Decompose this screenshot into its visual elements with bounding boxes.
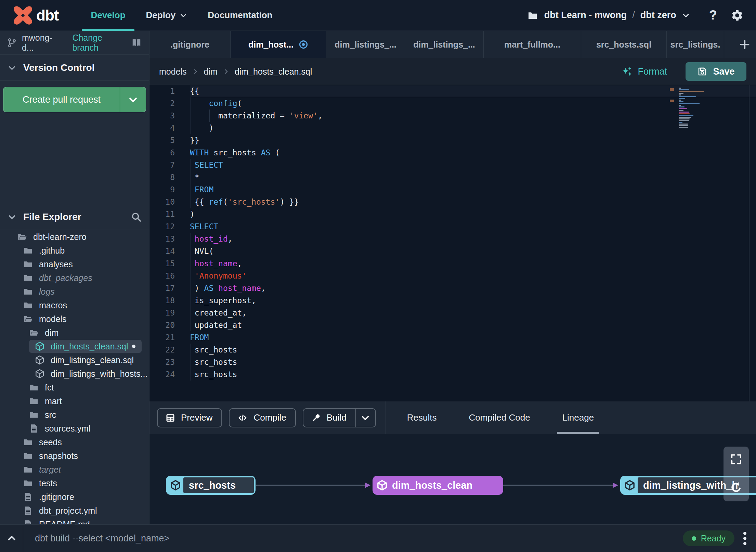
command-input[interactable]: dbt build --select <model_name> <box>35 533 683 544</box>
code-editor[interactable]: 1{{2 config(3 materialized = 'view',4 )5… <box>149 85 756 401</box>
new-tab-plus-icon[interactable] <box>733 31 756 58</box>
build-dropdown[interactable] <box>355 409 375 427</box>
editor-minimap[interactable] <box>679 88 724 129</box>
save-button[interactable]: Save <box>686 62 746 81</box>
code-line-18[interactable]: 18 is_superhost, <box>149 294 756 307</box>
breadcrumb-dim[interactable]: dim <box>204 67 218 77</box>
tree-item-dbt-project-yml[interactable]: dbt_project.yml <box>0 504 149 517</box>
code-line-4[interactable]: 4 ) <box>149 122 756 134</box>
code-text: host_name, <box>190 257 756 270</box>
kebab-menu-icon[interactable] <box>743 532 746 545</box>
editor-scrollbar[interactable] <box>749 85 750 401</box>
code-line-15[interactable]: 15 host_name, <box>149 257 756 270</box>
code-line-8[interactable]: 8 * <box>149 171 756 183</box>
file-tab-dim-host-[interactable]: dim_host... <box>231 31 326 58</box>
preview-button[interactable]: Preview <box>157 408 222 427</box>
tree-item--github[interactable]: .github <box>0 244 149 257</box>
create-pull-request-button[interactable]: Create pull request <box>3 87 146 112</box>
tree-item-fct[interactable]: fct <box>0 381 149 394</box>
tree-item-dim-listings-clean-sql[interactable]: dim_listings_clean.sql <box>0 353 149 367</box>
file-tab-dim-listings-[interactable]: dim_listings_... <box>326 31 405 58</box>
tree-item-models[interactable]: models <box>0 312 149 326</box>
code-line-14[interactable]: 14 NVL( <box>149 245 756 257</box>
tree-item-dbt-packages[interactable]: dbt_packages <box>0 271 149 285</box>
refresh-icon[interactable] <box>729 481 743 495</box>
tree-item-macros[interactable]: macros <box>0 298 149 312</box>
folder-icon <box>23 464 33 475</box>
fullscreen-icon[interactable] <box>730 453 743 466</box>
code-line-22[interactable]: 22 src_hosts <box>149 344 756 356</box>
code-line-21[interactable]: 21FROM <box>149 331 756 344</box>
tree-item-mart[interactable]: mart <box>0 394 149 408</box>
tree-item-snapshots[interactable]: snapshots <box>0 449 149 463</box>
file-tab--gitignore[interactable]: .gitignore <box>149 31 231 58</box>
gear-icon[interactable] <box>731 9 744 22</box>
tree-item-readme-md[interactable]: README.md <box>0 517 149 524</box>
code-line-20[interactable]: 20 updated_at <box>149 319 756 331</box>
file-tab-mart-fullmo-[interactable]: mart_fullmo... <box>484 31 581 58</box>
code-line-2[interactable]: 2 config( <box>149 97 756 110</box>
code-line-16[interactable]: 16 'Anonymous' <box>149 270 756 282</box>
code-line-12[interactable]: 12SELECT <box>149 220 756 233</box>
tree-item--gitignore[interactable]: .gitignore <box>0 490 149 504</box>
tree-item-label: seeds <box>39 437 62 447</box>
book-icon[interactable] <box>131 38 142 48</box>
line-number: 2 <box>149 97 190 110</box>
tree-item-dim-hosts-clean-sql[interactable]: dim_hosts_clean.sql <box>0 339 149 353</box>
change-branch-link[interactable]: Change branch <box>72 33 131 53</box>
tree-item-logs[interactable]: logs <box>0 285 149 298</box>
version-control-header[interactable]: Version Control <box>0 55 149 81</box>
format-button[interactable]: Format <box>621 66 667 77</box>
indent-guide <box>191 257 191 270</box>
code-line-10[interactable]: 10 {{ ref('src_hosts') }} <box>149 196 756 208</box>
help-icon[interactable]: ? <box>709 8 717 23</box>
code-line-1[interactable]: 1{{ <box>149 85 756 97</box>
code-line-7[interactable]: 7 SELECT <box>149 159 756 171</box>
tree-item-dim[interactable]: dim <box>0 326 149 339</box>
tab-compiled-code[interactable]: Compiled Code <box>469 401 530 434</box>
dbt-logo[interactable]: dbt <box>13 5 58 25</box>
nav-develop[interactable]: Develop <box>80 0 135 31</box>
search-icon[interactable] <box>131 211 142 222</box>
code-line-13[interactable]: 13 host_id, <box>149 233 756 245</box>
tree-item-target[interactable]: target <box>0 463 149 476</box>
tree-item-tests[interactable]: tests <box>0 476 149 490</box>
folder-icon <box>23 273 33 283</box>
code-line-17[interactable]: 17 ) AS host_name, <box>149 282 756 294</box>
code-line-3[interactable]: 3 materialized = 'view', <box>149 110 756 122</box>
nav-documentation[interactable]: Documentation <box>197 0 283 31</box>
file-explorer-header[interactable]: File Explorer <box>0 204 149 230</box>
chevron-up-icon[interactable] <box>0 525 23 552</box>
tree-item-dim-listings-with-hosts-[interactable]: dim_listings_with_hosts... <box>0 367 149 381</box>
code-line-6[interactable]: 6WITH src_hosts AS ( <box>149 146 756 159</box>
build-button[interactable]: Build <box>303 408 376 427</box>
bottom-panel-toolbar: Preview Compile Build Results Compiled C… <box>149 401 756 434</box>
code-line-24[interactable]: 24 src_hosts <box>149 368 756 381</box>
code-text: SELECT <box>190 220 756 233</box>
compile-button[interactable]: Compile <box>229 408 296 427</box>
code-line-11[interactable]: 11) <box>149 208 756 220</box>
nav-deploy[interactable]: Deploy <box>136 0 198 31</box>
file-tab-dim-listings-[interactable]: dim_listings_... <box>405 31 484 58</box>
code-line-9[interactable]: 9 FROM <box>149 183 756 196</box>
code-line-23[interactable]: 23 src_hosts <box>149 356 756 368</box>
tab-lineage[interactable]: Lineage <box>562 401 594 434</box>
tree-item-label: README.md <box>39 519 90 525</box>
tree-item-seeds[interactable]: seeds <box>0 435 149 449</box>
tree-item-analyses[interactable]: analyses <box>0 257 149 271</box>
create-pr-dropdown[interactable] <box>120 87 146 112</box>
lineage-node-dim-hosts-clean[interactable]: dim_hosts_clean <box>373 476 503 495</box>
file-tab-src-listings-[interactable]: src_listings. <box>667 31 724 58</box>
code-line-5[interactable]: 5}} <box>149 134 756 146</box>
tree-item-src[interactable]: src <box>0 408 149 422</box>
code-line-19[interactable]: 19 created_at, <box>149 307 756 319</box>
project-switcher[interactable]: dbt Learn - mwong / dbt zero <box>527 10 690 21</box>
chevron-down-icon <box>128 94 138 105</box>
file-tab-src-hosts-sql[interactable]: src_hosts.sql <box>581 31 667 58</box>
code-text: ) AS host_name, <box>190 282 756 294</box>
breadcrumb-models[interactable]: models <box>159 67 187 77</box>
tree-item-dbt-learn-zero[interactable]: dbt-learn-zero <box>0 230 149 244</box>
tab-results[interactable]: Results <box>407 401 437 434</box>
tree-item-sources-yml[interactable]: sources.yml <box>0 422 149 435</box>
lineage-node-src-hosts[interactable]: src_hosts <box>166 476 256 495</box>
